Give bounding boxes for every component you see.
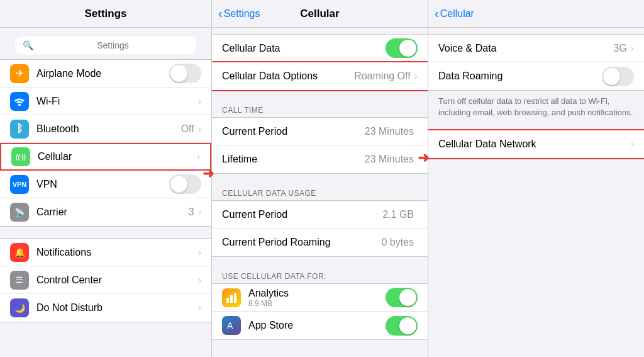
left-title: Settings — [84, 8, 126, 20]
voice-data-value: 3G — [613, 43, 626, 54]
data-roaming-toggle-row[interactable]: Data Roaming — [428, 62, 644, 90]
cellular-data-options-row[interactable]: Cellular Data Options Roaming Off › — [212, 62, 428, 90]
mid-nav-header: ‹ Settings Cellular — [212, 0, 428, 28]
vpn-toggle[interactable] — [169, 174, 201, 194]
svg-rect-2 — [234, 293, 236, 303]
settings-panel: Settings 🔍 ✈ Airplane Mode Wi-Fi › — [0, 0, 212, 357]
data-current-row: Current Period 2.1 GB — [212, 201, 428, 229]
vpn-label: VPN — [36, 179, 169, 190]
use-for-header: USE CELLULAR DATA FOR: — [212, 268, 428, 283]
left-top-section: ✈ Airplane Mode Wi-Fi › ᛒ Bluetooth Off … — [0, 59, 211, 227]
cellular-icon: ((·)) — [11, 147, 30, 166]
cellular-network-section: Cellular Data Network › — [428, 130, 644, 159]
app-store-icon: A — [222, 316, 241, 335]
wifi-label: Wi-Fi — [36, 96, 198, 107]
sidebar-item-control-center[interactable]: ☰ Control Center › — [0, 266, 211, 294]
svg-rect-1 — [230, 295, 233, 303]
app-store-row[interactable]: A App Store — [212, 312, 428, 339]
carrier-label: Carrier — [36, 207, 189, 218]
analytics-sub: 8.9 MB — [248, 299, 386, 308]
do-not-disturb-chevron: › — [198, 302, 201, 314]
sidebar-item-wifi[interactable]: Wi-Fi › — [0, 88, 211, 115]
carrier-value: 3 — [189, 207, 194, 218]
analytics-label-stack: Analytics 8.9 MB — [248, 288, 386, 308]
mid-list: Cellular Data Cellular Data Options Roam… — [212, 28, 428, 357]
data-roaming-row: Current Period Roaming 0 bytes — [212, 229, 428, 256]
cellular-data-options-value: Roaming Off — [354, 71, 411, 82]
control-center-label: Control Center — [36, 275, 198, 286]
right-back-chevron: ‹ — [435, 6, 439, 21]
app-store-toggle[interactable] — [386, 316, 418, 336]
sidebar-item-cellular[interactable]: ((·)) Cellular › — [0, 143, 211, 171]
bluetooth-chevron: › — [198, 123, 201, 135]
bluetooth-value: Off — [181, 123, 194, 135]
call-time-section: Current Period 23 Minutes Lifetime 23 Mi… — [212, 117, 428, 174]
data-roaming-toggle[interactable] — [602, 67, 634, 86]
mid-back-chevron: ‹ — [218, 6, 223, 21]
cellular-data-toggle[interactable] — [386, 38, 418, 58]
current-period-call-row: Current Period 23 Minutes — [212, 118, 428, 145]
right-back-label: Cellular — [440, 8, 474, 20]
airplane-label: Airplane Mode — [36, 68, 169, 79]
voice-data-label: Voice & Data — [438, 43, 613, 54]
carrier-icon: 📡 — [10, 203, 29, 222]
sidebar-item-vpn[interactable]: VPN VPN — [0, 171, 211, 198]
sidebar-item-bluetooth[interactable]: ᛒ Bluetooth Off › — [0, 115, 211, 143]
use-for-section: Analytics 8.9 MB A App Store — [212, 283, 428, 340]
do-not-disturb-icon: 🌙 — [10, 298, 29, 317]
left-nav-header: Settings — [0, 0, 211, 28]
cellular-panel: ‹ Settings Cellular Cellular Data Cellul… — [212, 0, 428, 357]
right-back-button[interactable]: ‹ Cellular — [435, 6, 474, 21]
cellular-data-network-row[interactable]: Cellular Data Network › — [428, 130, 644, 158]
cellular-data-row[interactable]: Cellular Data — [212, 35, 428, 62]
svg-rect-0 — [226, 298, 229, 303]
control-center-chevron: › — [198, 275, 201, 286]
carrier-chevron: › — [198, 207, 201, 218]
cellular-data-network-label: Cellular Data Network — [438, 139, 631, 150]
airplane-icon: ✈ — [10, 64, 29, 83]
current-period-call-value: 23 Minutes — [365, 126, 414, 137]
mid-back-button[interactable]: ‹ Settings — [218, 6, 260, 21]
cellular-data-network-chevron: › — [631, 139, 634, 150]
current-period-call-label: Current Period — [222, 126, 365, 137]
airplane-toggle[interactable] — [169, 64, 201, 83]
sidebar-item-airplane[interactable]: ✈ Airplane Mode — [0, 60, 211, 88]
data-current-label: Current Period — [222, 209, 382, 220]
right-nav-header: ‹ Cellular — [428, 0, 644, 28]
cellular-data-label: Cellular Data — [222, 43, 386, 54]
mid-back-label: Settings — [224, 8, 260, 20]
sidebar-item-do-not-disturb[interactable]: 🌙 Do Not Disturb › — [0, 294, 211, 322]
analytics-toggle[interactable] — [386, 288, 418, 307]
lifetime-row: Lifetime 23 Minutes — [212, 145, 428, 173]
mid-title: Cellular — [300, 8, 339, 20]
sidebar-item-carrier[interactable]: 📡 Carrier 3 › — [0, 198, 211, 226]
voice-data-section: Voice & Data 3G › Data Roaming — [428, 34, 644, 91]
left-list: ✈ Airplane Mode Wi-Fi › ᛒ Bluetooth Off … — [0, 59, 211, 357]
bluetooth-label: Bluetooth — [36, 123, 181, 135]
notifications-icon: 🔔 — [10, 243, 29, 262]
do-not-disturb-label: Do Not Disturb — [36, 302, 198, 314]
control-center-icon: ☰ — [10, 271, 29, 290]
cellular-data-section: Cellular Data Cellular Data Options Roam… — [212, 34, 428, 91]
search-input[interactable] — [37, 40, 189, 50]
data-roaming-desc: Turn off cellular data to restrict all d… — [428, 91, 644, 125]
cellular-data-options-label: Cellular Data Options — [222, 71, 354, 82]
analytics-app-icon — [222, 288, 241, 307]
notifications-chevron: › — [198, 247, 201, 258]
data-roaming-label: Data Roaming — [438, 71, 602, 82]
analytics-row[interactable]: Analytics 8.9 MB — [212, 284, 428, 312]
left-bottom-section: 🔔 Notifications › ☰ Control Center › 🌙 D… — [0, 238, 211, 322]
data-usage-section: Current Period 2.1 GB Current Period Roa… — [212, 200, 428, 257]
svg-text:A: A — [227, 320, 233, 331]
right-list: Voice & Data 3G › Data Roaming Turn off … — [428, 28, 644, 357]
cellular-label: Cellular — [38, 151, 197, 162]
vpn-icon: VPN — [10, 175, 29, 194]
voice-data-row[interactable]: Voice & Data 3G › — [428, 35, 644, 62]
bluetooth-icon: ᛒ — [10, 120, 29, 139]
notifications-label: Notifications — [36, 247, 198, 258]
sidebar-item-notifications[interactable]: 🔔 Notifications › — [0, 239, 211, 266]
search-bar[interactable]: 🔍 — [15, 37, 196, 54]
analytics-name: Analytics — [248, 288, 386, 299]
data-current-value: 2.1 GB — [382, 209, 414, 220]
cellular-options-chevron: › — [414, 71, 418, 82]
